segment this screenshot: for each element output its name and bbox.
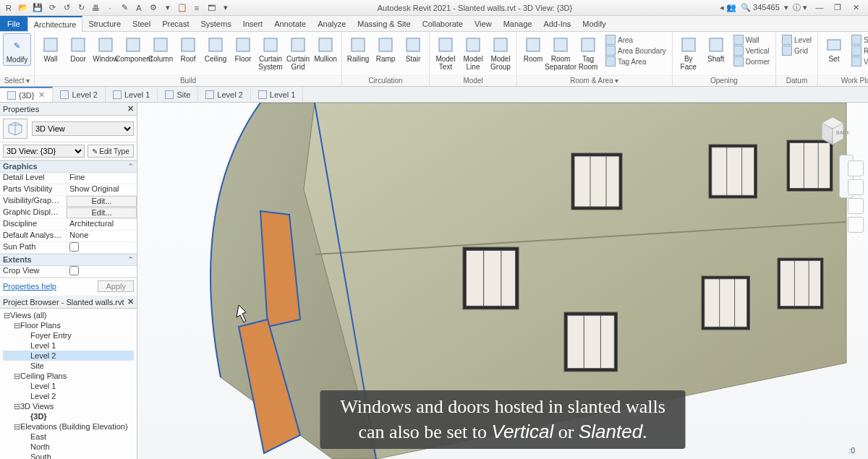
room-room-tool[interactable]: Room — [520, 33, 546, 64]
tree-node[interactable]: Level 1 — [3, 381, 134, 391]
model-model-line-tool[interactable]: Model Line — [460, 33, 486, 72]
tree-node[interactable]: {3D} — [3, 411, 134, 421]
build-floor-tool[interactable]: Floor — [230, 33, 256, 64]
build-curtain-system-tool[interactable]: Curtain System — [258, 33, 284, 72]
view-tab-4[interactable]: Level 2 — [198, 87, 250, 102]
window-close-button[interactable]: ✕ — [848, 3, 864, 12]
prop-row-graphic-display-[interactable]: Graphic Display ...Edit... — [0, 207, 137, 219]
menu-tab-collaborate[interactable]: Collaborate — [417, 16, 469, 31]
properties-close-icon[interactable]: ✕ — [127, 104, 134, 113]
menu-tab-manage[interactable]: Manage — [498, 16, 538, 31]
view-tab-2[interactable]: Level 1 — [106, 87, 158, 102]
view-tab-0[interactable]: {3D}✕ — [0, 87, 53, 102]
qat-button-12[interactable]: 📋 — [176, 2, 188, 14]
tree-node[interactable]: Level 2 — [3, 351, 134, 361]
menu-tab-analyze[interactable]: Analyze — [312, 16, 352, 31]
build-ceiling-tool[interactable]: Ceiling — [203, 33, 229, 64]
view-tab-1[interactable]: Level 2 — [53, 87, 105, 102]
qat-button-8[interactable]: ✎ — [119, 2, 130, 14]
type-dropdown[interactable]: 3D View — [32, 121, 134, 136]
menu-tab-massing-site[interactable]: Massing & Site — [352, 16, 416, 31]
menu-tab-annotate[interactable]: Annotate — [268, 16, 312, 31]
qat-button-14[interactable]: 🗔 — [205, 2, 217, 14]
instance-dropdown[interactable]: 3D View: {3D} — [3, 145, 85, 158]
qat-button-11[interactable]: ▾ — [162, 2, 174, 14]
edit-type-button[interactable]: ✎ Edit Type — [88, 145, 134, 158]
viewcube[interactable]: BACK — [814, 113, 851, 149]
view-tab-close-icon[interactable]: ✕ — [38, 90, 45, 100]
build-roof-tool[interactable]: Roof — [175, 33, 201, 64]
qat-button-3[interactable]: ⟳ — [46, 2, 58, 14]
qat-button-9[interactable]: A — [133, 2, 145, 14]
properties-help-link[interactable]: Properties help — [3, 282, 56, 291]
build-wall-tool[interactable]: Wall — [38, 33, 64, 64]
tree-node[interactable]: ⊟Ceiling Plans — [3, 371, 134, 381]
tree-node[interactable]: ⊟3D Views — [3, 401, 134, 411]
circ-railing-tool[interactable]: Railing — [345, 33, 371, 64]
workplane-viewer-tool[interactable]: Viewer — [851, 56, 868, 67]
view-tab-3[interactable]: Site — [158, 87, 198, 102]
prop-row-visibility-graphi-[interactable]: Visibility/Graphi...Edit... — [0, 196, 137, 207]
workplane-ref-plane-tool[interactable]: Ref Plane — [851, 46, 868, 56]
user-name[interactable]: 🔍 345465 — [741, 3, 780, 12]
tree-node[interactable]: North — [3, 442, 134, 452]
view-tab-5[interactable]: Level 1 — [251, 87, 303, 102]
nav-orbit-icon[interactable] — [848, 179, 864, 195]
prop-row-default-analysis-[interactable]: Default Analysis ...None — [0, 231, 137, 242]
tree-node[interactable]: ⊟Floor Plans — [3, 320, 134, 330]
prop-row-parts-visibility[interactable]: Parts VisibilityShow Original — [0, 184, 137, 196]
build-door-tool[interactable]: Door — [65, 33, 91, 64]
prop-row-crop-view[interactable]: Crop View — [0, 266, 137, 278]
opening-shaft-tool[interactable]: Shaft — [703, 33, 729, 64]
opening-vertical-tool[interactable]: Vertical — [733, 46, 770, 56]
room-area-boundary-tool[interactable]: Area Boundary — [605, 46, 666, 56]
datum-grid-tool[interactable]: Grid — [782, 46, 812, 56]
menu-tab-structure[interactable]: Structure — [82, 16, 127, 31]
properties-type-selector[interactable]: 3D View — [0, 116, 137, 142]
menu-tab-systems[interactable]: Systems — [195, 16, 237, 31]
share-icon[interactable]: ◂ 👥 — [720, 3, 736, 12]
qat-button-13[interactable]: ≡ — [191, 2, 203, 14]
prop-row-detail-level[interactable]: Detail LevelFine — [0, 173, 137, 184]
model-model-text-tool[interactable]: Model Text — [433, 33, 459, 72]
menu-tab-architecture[interactable]: Architecture — [27, 16, 83, 32]
qat-button-10[interactable]: ⚙ — [148, 2, 159, 14]
tree-node[interactable]: ⊟Elevations (Building Elevation) — [3, 421, 134, 432]
apply-button[interactable]: Apply — [98, 280, 134, 292]
build-curtain-grid-tool[interactable]: Curtain Grid — [285, 33, 311, 72]
window-restore-button[interactable]: ❐ — [830, 3, 846, 12]
qat-button-15[interactable]: ▾ — [220, 2, 231, 14]
menu-tab-modify[interactable]: Modify — [576, 16, 611, 31]
menu-tab-add-ins[interactable]: Add-Ins — [537, 16, 576, 31]
menu-tab-steel[interactable]: Steel — [127, 16, 156, 31]
help-icon[interactable]: ⓘ ▾ — [793, 2, 807, 13]
qat-button-0[interactable]: R — [3, 2, 14, 14]
workplane-show-tool[interactable]: Show — [851, 35, 868, 45]
opening-wall-tool[interactable]: Wall — [733, 35, 770, 45]
qat-button-5[interactable]: ↻ — [75, 2, 87, 14]
tree-node[interactable]: ⊟Views (all) — [3, 310, 134, 320]
room-area-tool[interactable]: Area — [605, 35, 666, 45]
nav-pan-icon[interactable] — [848, 198, 864, 214]
menu-tab-view[interactable]: View — [469, 16, 498, 31]
bookmark-icon[interactable]: ▾ — [784, 3, 788, 12]
circ-ramp-tool[interactable]: Ramp — [373, 33, 399, 64]
qat-button-6[interactable]: 🖶 — [90, 2, 101, 14]
project-browser[interactable]: ⊟Views (all)⊟Floor PlansFoyer EntryLevel… — [0, 309, 137, 459]
prop-row-sun-path[interactable]: Sun Path — [0, 242, 137, 254]
build-column-tool[interactable]: Column — [148, 33, 174, 64]
build-mullion-tool[interactable]: Mullion — [312, 33, 339, 64]
graphics-section[interactable]: Graphics⌃ — [0, 160, 137, 173]
browser-close-icon[interactable]: ✕ — [127, 297, 134, 306]
file-menu[interactable]: File — [0, 16, 27, 31]
nav-zoom-icon[interactable] — [848, 217, 864, 233]
qat-button-4[interactable]: ↺ — [61, 2, 72, 14]
tree-node[interactable]: Level 2 — [3, 391, 134, 401]
tree-node[interactable]: Site — [3, 361, 134, 371]
qat-button-1[interactable]: 📂 — [17, 2, 29, 14]
room-tag-area-tool[interactable]: Tag Area — [605, 56, 666, 67]
menu-tab-precast[interactable]: Precast — [156, 16, 195, 31]
3d-viewport[interactable]: BACK Windows and doors hosted in slanted… — [137, 103, 868, 459]
prop-row-discipline[interactable]: DisciplineArchitectural — [0, 219, 137, 231]
tree-node[interactable]: East — [3, 432, 134, 442]
